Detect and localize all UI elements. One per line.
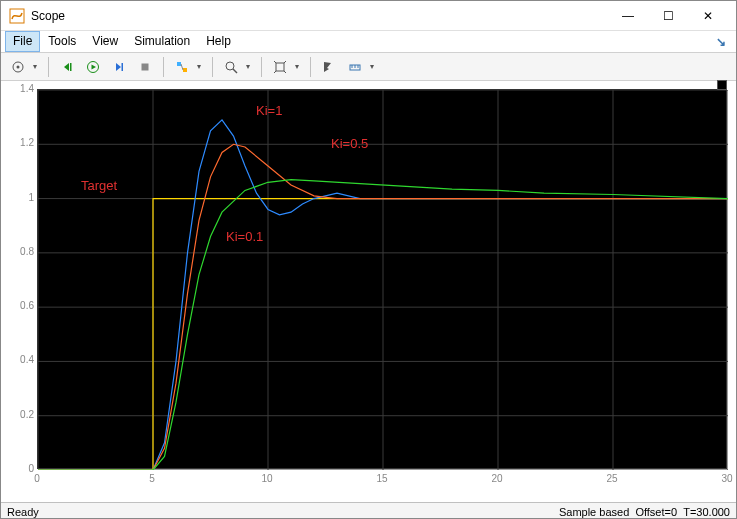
menu-simulation[interactable]: Simulation bbox=[126, 31, 198, 52]
autoscale-dropdown-icon[interactable]: ▾ bbox=[295, 62, 303, 71]
cursor-measure-icon[interactable] bbox=[318, 56, 340, 78]
svg-point-9 bbox=[226, 62, 234, 70]
status-ready: Ready bbox=[7, 506, 39, 518]
gear-dropdown-icon[interactable]: ▾ bbox=[33, 62, 41, 71]
run-icon[interactable] bbox=[82, 56, 104, 78]
measurement-icon[interactable] bbox=[344, 56, 366, 78]
x-tick-label: 25 bbox=[602, 473, 622, 484]
menu-help[interactable]: Help bbox=[198, 31, 239, 52]
menubar: File Tools View Simulation Help ↘ bbox=[1, 31, 736, 53]
annotation-target: Target bbox=[81, 178, 117, 193]
minimize-button[interactable]: — bbox=[608, 2, 648, 30]
svg-rect-11 bbox=[276, 63, 284, 71]
x-tick-label: 20 bbox=[487, 473, 507, 484]
y-tick-label: 1.2 bbox=[6, 137, 34, 148]
close-button[interactable]: ✕ bbox=[688, 2, 728, 30]
svg-rect-7 bbox=[177, 62, 181, 66]
scope-plot[interactable] bbox=[37, 89, 727, 469]
svg-line-10 bbox=[233, 69, 237, 73]
titlebar: Scope — ☐ ✕ bbox=[1, 1, 736, 31]
highlight-dropdown-icon[interactable]: ▾ bbox=[197, 62, 205, 71]
menu-file[interactable]: File bbox=[5, 31, 40, 52]
y-tick-label: 0.8 bbox=[6, 246, 34, 257]
menu-tools[interactable]: Tools bbox=[40, 31, 84, 52]
y-tick-label: 1 bbox=[6, 192, 34, 203]
zoom-dropdown-icon[interactable]: ▾ bbox=[246, 62, 254, 71]
zoom-icon[interactable] bbox=[220, 56, 242, 78]
status-time: T=30.000 bbox=[683, 506, 730, 518]
app-icon bbox=[9, 8, 25, 24]
toolbar: ▾ ▾ ▾ ▾ ▾ bbox=[1, 53, 736, 81]
y-tick-label: 1.4 bbox=[6, 83, 34, 94]
status-offset: Offset=0 bbox=[635, 506, 677, 518]
svg-point-2 bbox=[17, 65, 20, 68]
autoscale-icon[interactable] bbox=[269, 56, 291, 78]
stop-icon[interactable] bbox=[134, 56, 156, 78]
annotation-ki1: Ki=1 bbox=[256, 103, 282, 118]
y-tick-label: 0.4 bbox=[6, 354, 34, 365]
maximize-button[interactable]: ☐ bbox=[648, 2, 688, 30]
menu-corner-icon[interactable]: ↘ bbox=[239, 31, 732, 52]
svg-rect-5 bbox=[122, 63, 124, 71]
x-tick-label: 0 bbox=[27, 473, 47, 484]
restore-plot-icon[interactable] bbox=[717, 80, 727, 90]
svg-rect-3 bbox=[70, 63, 72, 71]
measurement-dropdown-icon[interactable]: ▾ bbox=[370, 62, 378, 71]
x-tick-label: 5 bbox=[142, 473, 162, 484]
highlight-icon[interactable] bbox=[171, 56, 193, 78]
x-tick-label: 15 bbox=[372, 473, 392, 484]
svg-rect-8 bbox=[183, 68, 187, 72]
annotation-ki05: Ki=0.5 bbox=[331, 136, 368, 151]
window-title: Scope bbox=[31, 9, 608, 23]
gear-icon[interactable] bbox=[7, 56, 29, 78]
plot-container: 00.20.40.60.811.21.4 051015202530 Target… bbox=[1, 81, 736, 502]
annotation-ki01: Ki=0.1 bbox=[226, 229, 263, 244]
step-forward-icon[interactable] bbox=[108, 56, 130, 78]
statusbar: Ready Sample based Offset=0 T=30.000 bbox=[1, 502, 736, 519]
menu-view[interactable]: View bbox=[84, 31, 126, 52]
status-sample: Sample based bbox=[559, 506, 629, 518]
x-tick-label: 30 bbox=[717, 473, 737, 484]
step-back-icon[interactable] bbox=[56, 56, 78, 78]
y-tick-label: 0.6 bbox=[6, 300, 34, 311]
svg-rect-6 bbox=[142, 63, 149, 70]
y-tick-label: 0.2 bbox=[6, 409, 34, 420]
x-tick-label: 10 bbox=[257, 473, 277, 484]
